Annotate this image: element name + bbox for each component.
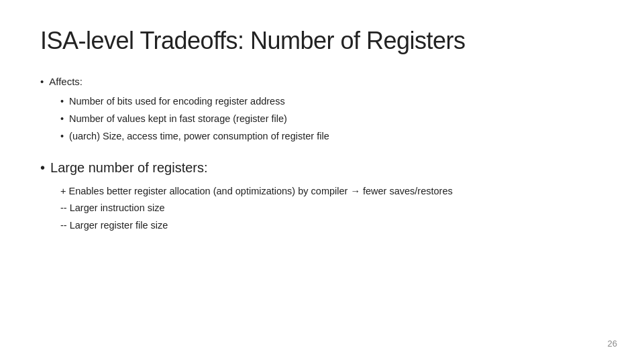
sub-bullet-dot-2: • [60, 111, 64, 127]
content-area: • Affects: • Number of bits used for enc… [40, 74, 604, 234]
bullet-dot-large: • [40, 157, 45, 178]
sub-bullet-dot-1: • [60, 94, 64, 109]
detail-line-3: -- Larger register file size [60, 218, 604, 234]
sub-bullet-2: • Number of values kept in fast storage … [60, 111, 604, 127]
slide-title: ISA-level Tradeoffs: Number of Registers [40, 27, 604, 55]
detail-line-2: -- Larger instruction size [60, 200, 604, 217]
sub-bullet-text-3: (uarch) Size, access time, power consump… [69, 129, 329, 144]
affects-bullet: • Affects: [40, 74, 604, 90]
detail-section: + Enables better register allocation (an… [40, 184, 604, 235]
detail-line-1: + Enables better register allocation (an… [60, 184, 604, 200]
large-number-section: • Large number of registers: + Enables b… [40, 157, 604, 235]
sub-bullet-dot-3: • [60, 129, 64, 144]
sub-bullet-text-2: Number of values kept in fast storage (r… [69, 111, 287, 127]
slide: ISA-level Tradeoffs: Number of Registers… [0, 0, 644, 362]
affects-label: Affects: [49, 74, 83, 90]
affects-section: • Affects: • Number of bits used for enc… [40, 74, 604, 145]
sub-bullet-text-1: Number of bits used for encoding registe… [69, 94, 285, 109]
page-number: 26 [608, 339, 617, 349]
sub-bullet-3: • (uarch) Size, access time, power consu… [60, 129, 604, 144]
affects-sub-bullets: • Number of bits used for encoding regis… [40, 94, 604, 145]
large-number-label: Large number of registers: [50, 157, 208, 178]
large-number-bullet: • Large number of registers: [40, 157, 604, 178]
bullet-dot-affects: • [40, 74, 44, 90]
sub-bullet-1: • Number of bits used for encoding regis… [60, 94, 604, 109]
